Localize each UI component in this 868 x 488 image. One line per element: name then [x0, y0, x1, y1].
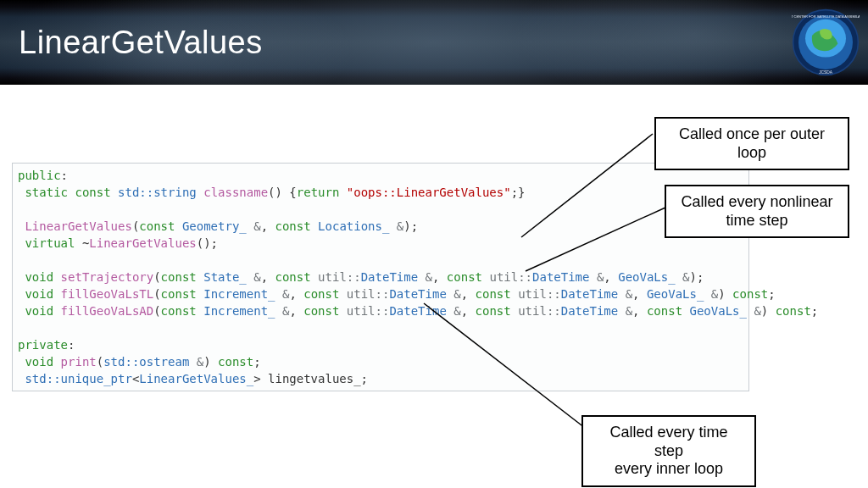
callout-text: Called once per outer loop [679, 125, 825, 161]
code-block: public: static const std::string classna… [12, 163, 749, 391]
code-line: private: [18, 336, 743, 353]
svg-text:JCSDA: JCSDA [819, 70, 833, 75]
code-line: void fillGeoVaLsTL(const Increment_ &, c… [18, 286, 743, 302]
callout-text: Called every time stepevery inner loop [609, 424, 727, 477]
callout-nonlinear: Called every nonlineartime step [665, 185, 849, 238]
code-line: void setTrajectory(const State_ &, const… [18, 269, 743, 286]
code-line: static const std::string classname() {re… [18, 184, 743, 201]
code-line: virtual ~LinearGetValues(); [18, 235, 743, 252]
slide-header: LinearGetValues JOINT CENTER FOR SATELLI… [0, 0, 868, 85]
code-line: void print(std::ostream &) const; [18, 353, 743, 370]
code-line: void fillGeoVaLsAD(const Increment_ &, c… [18, 302, 743, 319]
callout-text: Called every nonlineartime step [681, 193, 832, 229]
code-line [18, 319, 743, 336]
jcsda-logo: JOINT CENTER FOR SATELLITE DATA ASSIMILA… [792, 8, 860, 76]
callout-outer-loop: Called once per outer loop [654, 117, 849, 170]
svg-text:JOINT CENTER FOR SATELLITE DAT: JOINT CENTER FOR SATELLITE DATA ASSIMILA… [792, 14, 860, 19]
code-line [18, 252, 743, 269]
slide-title: LinearGetValues [0, 25, 263, 61]
code-line: public: [18, 167, 743, 184]
slide-body: public: static const std::string classna… [0, 85, 868, 488]
code-line [18, 201, 743, 218]
code-line: LinearGetValues(const Geometry_ &, const… [18, 218, 743, 235]
code-line: std::unique_ptr<LinearGetValues_> linget… [18, 370, 743, 387]
callout-inner-loop: Called every time stepevery inner loop [581, 415, 756, 487]
